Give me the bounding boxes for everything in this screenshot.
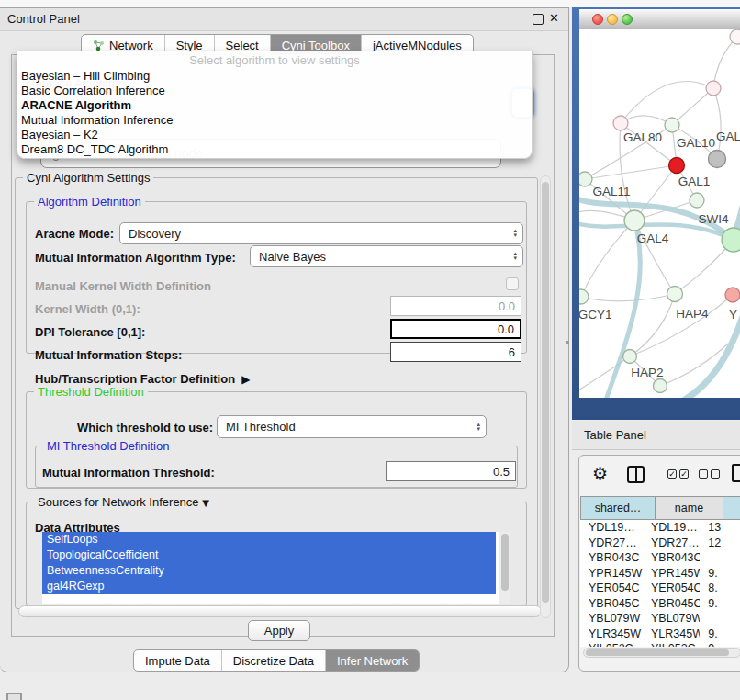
attribute-item-betweennesscentrality[interactable]: BetweennessCentrality — [42, 563, 496, 579]
column-header-a[interactable]: A — [723, 496, 740, 520]
network-icon — [93, 40, 105, 51]
attributes-scrollbar[interactable] — [499, 532, 510, 604]
node-swi4[interactable] — [722, 228, 740, 252]
table-row[interactable]: YLR345WYLR345W9. — [580, 627, 740, 642]
tab-discretize-data[interactable]: Discretize Data — [222, 650, 326, 671]
settings-gear-icon[interactable]: ⚙ — [592, 463, 608, 483]
mi-threshold-field[interactable]: 0.5 — [386, 461, 516, 481]
column-header-name[interactable]: name — [655, 496, 723, 520]
docked-panel-icon[interactable] — [6, 693, 22, 700]
dpi-tolerance-value: 0.0 — [498, 322, 514, 336]
minimize-window-icon[interactable] — [607, 14, 618, 25]
node-label-gcy1: GCY1 — [579, 308, 611, 322]
table-row[interactable]: YPR145WYPR145W9. — [580, 566, 740, 581]
node-gray[interactable] — [709, 151, 726, 168]
node-label-gal80: GAL80 — [623, 130, 662, 144]
node-gal1[interactable] — [690, 193, 704, 208]
edge[interactable] — [581, 294, 675, 301]
apply-button[interactable]: Apply — [248, 620, 310, 641]
zoom-window-icon[interactable] — [622, 14, 633, 25]
table-row[interactable]: YDL19…YDL19…13 — [580, 520, 740, 536]
edge[interactable] — [672, 88, 713, 125]
aracne-mode-combo[interactable]: Discovery ▴▾ — [119, 222, 523, 244]
node-label-gal4: GAL4 — [637, 231, 669, 245]
unchecked-columns-icon[interactable] — [699, 469, 720, 479]
mi-algorithm-type-label: Mutual Information Algorithm Type: — [35, 251, 236, 265]
table-cell: YPR145W — [643, 567, 700, 580]
node-red[interactable] — [669, 158, 685, 174]
table-cell: YER054C — [580, 581, 643, 594]
network-canvas[interactable]: GALGAL80GAL10GAL1GAL11SWI4GAL4GCY1HAP4YH… — [579, 29, 740, 398]
checked-columns-icon[interactable]: ✓ ✓ — [667, 469, 689, 479]
node-gcy1[interactable] — [579, 289, 589, 304]
node-salmon[interactable] — [725, 288, 740, 302]
tab-label: Select — [226, 39, 259, 52]
mi-steps-field[interactable]: 6 — [390, 342, 521, 362]
algorithm-option-aracne-algorithm[interactable]: ARACNE Algorithm — [21, 98, 131, 113]
attribute-item-gal4rgexp[interactable]: gal4RGexp — [42, 579, 496, 594]
attribute-item-selfloops[interactable]: SelfLoops — [42, 532, 496, 548]
node-gal11[interactable] — [579, 172, 592, 186]
node-unlabeled-top-right[interactable] — [730, 29, 740, 44]
table-row[interactable]: YBL079WYBL079W — [580, 611, 740, 627]
hub-definition-expander[interactable]: Hub/Transcription Factor Definition ▶ — [35, 372, 250, 386]
tab-label: Network — [109, 39, 153, 52]
edge-highlighted[interactable] — [680, 309, 740, 398]
which-threshold-combo[interactable]: MI Threshold ▴▾ — [217, 415, 487, 438]
settings-horizontal-scrollbar[interactable] — [18, 605, 542, 617]
splitter-handle[interactable] — [566, 341, 569, 344]
table-cell: YBR045C — [580, 597, 643, 610]
column-header-shared[interactable]: shared… — [580, 496, 655, 520]
algorithm-option-basic-correlation-inference[interactable]: Basic Correlation Inference — [21, 84, 165, 98]
table-row[interactable]: YDR27…YDR27…12 — [580, 536, 740, 551]
edge[interactable] — [713, 37, 737, 88]
tab-impute-data[interactable]: Impute Data — [134, 650, 222, 671]
sources-group-title[interactable]: Sources for Network Inference ▼ — [34, 495, 213, 509]
algorithm-option-dream8-dc-tdc-algorithm[interactable]: Dream8 DC_TDC Algorithm — [21, 142, 168, 157]
new-table-icon[interactable] — [732, 464, 740, 482]
algorithm-option-bayesian-hill-climbing[interactable]: Bayesian – Hill Climbing — [21, 69, 150, 84]
attribute-item-topologicalcoefficient[interactable]: TopologicalCoefficient — [42, 548, 496, 563]
algorithm-dropdown-placeholder: Select algorithm to view settings — [17, 53, 532, 67]
kernel-width-field[interactable]: 0.0 — [390, 296, 521, 316]
table-cell: YLR345W — [643, 627, 700, 640]
node-hap4[interactable] — [667, 287, 683, 302]
table-header-row: shared…nameA — [580, 496, 740, 520]
algorithm-option-mutual-information-inference[interactable]: Mutual Information Inference — [21, 113, 173, 128]
manual-kernel-checkbox[interactable] — [506, 277, 519, 290]
settings-vertical-scrollbar[interactable] — [540, 175, 551, 618]
edge[interactable] — [581, 220, 634, 297]
which-threshold-value: MI Threshold — [226, 420, 296, 434]
edge[interactable] — [585, 165, 677, 179]
node-gal10[interactable] — [665, 118, 679, 132]
tab-infer-network[interactable]: Infer Network — [326, 650, 419, 671]
mi-algorithm-type-combo[interactable]: Naive Bayes ▴▾ — [250, 245, 523, 267]
node-gal4[interactable] — [624, 210, 645, 231]
tab-label: Impute Data — [145, 654, 210, 668]
table-row[interactable]: YIL052CYIL052C9. — [580, 641, 740, 647]
close-panel-icon[interactable]: ✕ — [549, 11, 559, 25]
node-unlabeled-bottom[interactable] — [654, 379, 667, 393]
float-panel-icon[interactable] — [533, 14, 544, 25]
algorithm-option-bayesian-k2[interactable]: Bayesian – K2 — [21, 128, 98, 142]
dpi-tolerance-field[interactable]: 0.0 — [390, 319, 521, 339]
node-gal80[interactable] — [613, 116, 628, 130]
split-columns-icon[interactable] — [627, 466, 645, 483]
close-window-icon[interactable] — [592, 14, 603, 25]
hub-definition-label: Hub/Transcription Factor Definition — [35, 372, 235, 386]
table-cell: YPR145W — [580, 567, 643, 580]
table-row[interactable]: YER054CYER054C8. — [580, 581, 740, 596]
aracne-mode-value: Discovery — [129, 227, 181, 241]
node-hap2[interactable] — [623, 350, 637, 364]
table-row[interactable]: YBR045CYBR045C9. — [580, 596, 740, 612]
table-cell: YDL19… — [643, 521, 700, 534]
kernel-width-label: Kernel Width (0,1): — [35, 302, 140, 316]
network-view-panel: GALGAL80GAL10GAL1GAL11SWI4GAL4GCY1HAP4YH… — [572, 7, 740, 420]
edge[interactable] — [630, 295, 733, 356]
table-horizontal-scrollbar[interactable] — [583, 648, 740, 658]
node-gal-cut[interactable] — [706, 81, 721, 96]
mi-threshold-definition-title: MI Threshold Definition — [43, 439, 173, 453]
mi-steps-value: 6 — [509, 345, 515, 359]
table-row[interactable]: YBR043CYBR043C — [580, 550, 740, 566]
edge[interactable] — [579, 356, 630, 393]
